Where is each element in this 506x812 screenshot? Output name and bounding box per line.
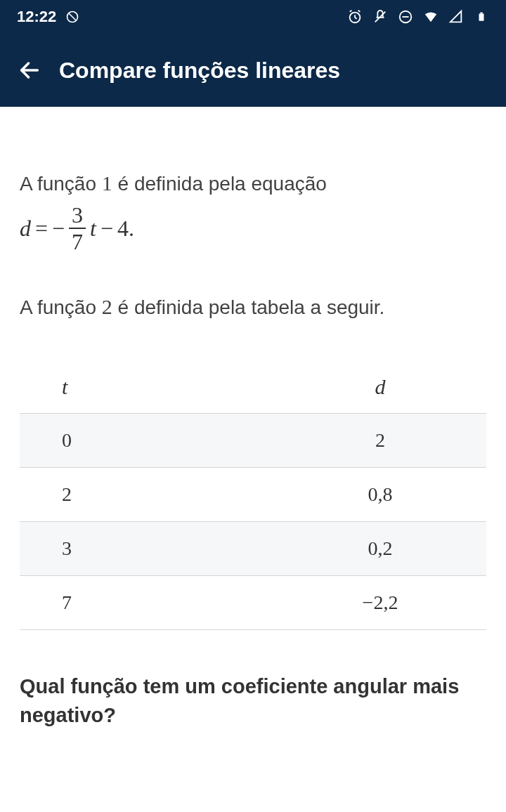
- data-table: t d 0 2 2 0,8 3 0,2 7 −2,2: [20, 361, 486, 630]
- eq-const: 4.: [117, 216, 134, 242]
- eq-neg: −: [52, 216, 65, 242]
- intro2-suffix: é definida pela tabela a seguir.: [112, 296, 385, 318]
- status-right: [347, 9, 489, 25]
- eq-frac-den: 7: [69, 229, 86, 253]
- app-header: Compare funções lineares: [0, 34, 506, 107]
- cell-d: 0,8: [274, 483, 486, 506]
- cell-t: 7: [20, 591, 274, 614]
- cell-d: 2: [274, 429, 486, 452]
- svg-rect-10: [479, 13, 484, 21]
- page-title: Compare funções lineares: [59, 58, 340, 84]
- intro1-num: 1: [102, 171, 112, 195]
- cell-t: 0: [20, 429, 274, 452]
- minus-circle-icon: [398, 9, 413, 25]
- cell-t: 3: [20, 537, 274, 560]
- question-text: Qual função tem um coeficiente angular m…: [20, 672, 486, 729]
- svg-rect-11: [480, 13, 483, 14]
- intro1-prefix: A função: [20, 173, 102, 195]
- dnd-icon: [65, 9, 80, 25]
- table-header-row: t d: [20, 361, 486, 413]
- svg-line-6: [358, 11, 361, 12]
- intro2-prefix: A função: [20, 296, 102, 318]
- equation: d = − 3 7 t − 4.: [20, 204, 486, 253]
- eq-minus: −: [100, 216, 113, 242]
- table-row: 0 2: [20, 413, 486, 467]
- svg-line-4: [355, 18, 357, 19]
- intro2-num: 2: [102, 295, 112, 318]
- col-header-t: t: [20, 375, 274, 399]
- eq-frac-num: 3: [69, 204, 86, 229]
- intro1-suffix: é definida pela equação: [112, 173, 327, 195]
- table-row: 2 0,8: [20, 467, 486, 521]
- back-button[interactable]: [17, 58, 42, 83]
- mute-icon: [372, 9, 388, 25]
- intro-1: A função 1 é definida pela equação: [20, 169, 486, 198]
- cell-d: 0,2: [274, 537, 486, 560]
- eq-equals: =: [35, 216, 48, 242]
- content: A função 1 é definida pela equação d = −…: [0, 107, 506, 729]
- status-bar: 12:22: [0, 0, 506, 34]
- cell-d: −2,2: [274, 591, 486, 614]
- eq-lhs: d: [20, 216, 31, 242]
- cell-t: 2: [20, 483, 274, 506]
- eq-var: t: [90, 216, 96, 242]
- eq-fraction: 3 7: [69, 204, 86, 253]
- battery-icon: [474, 9, 489, 25]
- intro-2: A função 2 é definida pela tabela a segu…: [20, 295, 486, 319]
- signal-icon: [448, 9, 464, 25]
- table-row: 3 0,2: [20, 521, 486, 575]
- wifi-icon: [423, 9, 439, 25]
- status-left: 12:22: [17, 8, 80, 26]
- alarm-icon: [347, 9, 363, 25]
- status-time: 12:22: [17, 8, 56, 26]
- svg-line-5: [350, 11, 352, 12]
- svg-line-1: [69, 13, 76, 20]
- col-header-d: d: [274, 375, 486, 399]
- table-row: 7 −2,2: [20, 575, 486, 630]
